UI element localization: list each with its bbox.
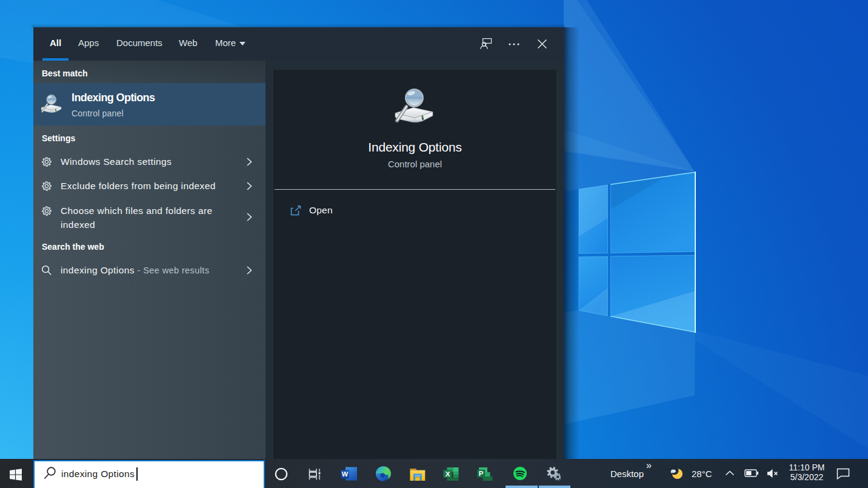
svg-text:P: P: [479, 470, 484, 477]
svg-text:W: W: [342, 470, 349, 478]
svg-text:X: X: [446, 470, 450, 478]
